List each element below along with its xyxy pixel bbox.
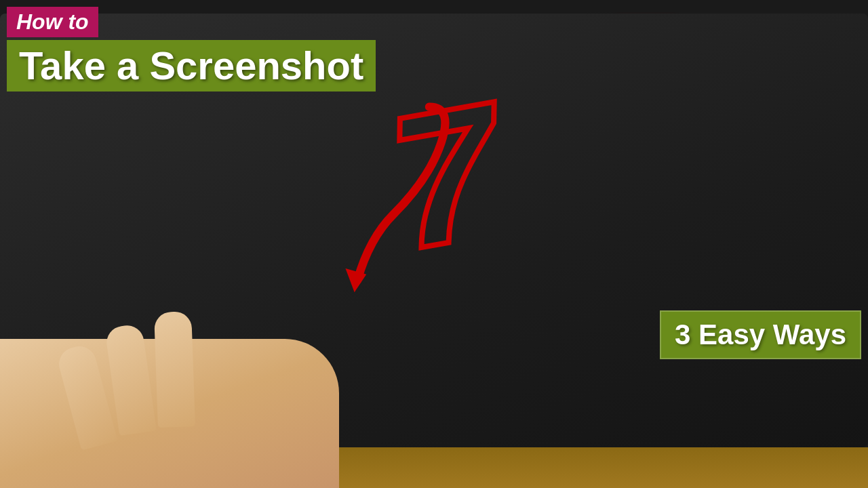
easy-ways-badge: 3 Easy Ways	[660, 310, 861, 359]
main-container: F7 F8 F9 F10 F11 F12 PrtSc SysRq Scroll …	[0, 0, 868, 488]
hand	[0, 339, 339, 488]
finger-2	[104, 323, 157, 436]
main-title: Take a Screenshot	[7, 40, 376, 92]
how-to-label: How to	[7, 7, 98, 37]
title-overlay: How to Take a Screenshot	[7, 7, 376, 92]
finger-3	[154, 311, 195, 428]
